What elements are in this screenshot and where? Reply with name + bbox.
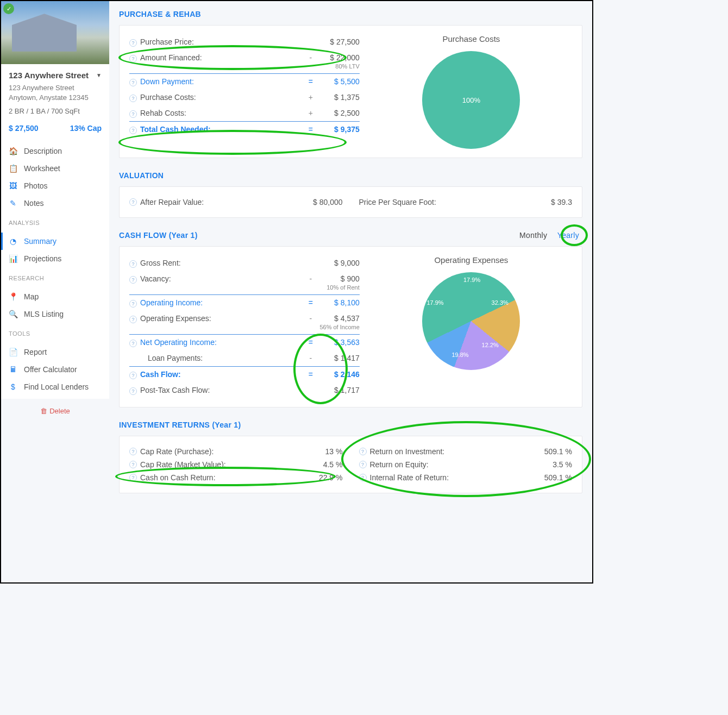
document-icon: 📄 bbox=[9, 348, 17, 356]
help-icon[interactable]: ? bbox=[129, 340, 137, 347]
home-icon: 🏠 bbox=[9, 147, 17, 155]
row-gross-rent: ?Gross Rent:$ 9,000 bbox=[129, 255, 360, 271]
property-menu-caret[interactable]: ▼ bbox=[96, 72, 102, 78]
property-photo[interactable] bbox=[1, 1, 109, 64]
help-icon[interactable]: ? bbox=[129, 448, 137, 455]
trash-icon: 🗑 bbox=[40, 407, 47, 415]
nav-photos[interactable]: 🖼Photos bbox=[1, 177, 109, 195]
section-title-returns: INVESTMENT RETURNS (Year 1) bbox=[119, 421, 582, 429]
nav: 🏠Description 📋Worksheet 🖼Photos ✎Notes A… bbox=[1, 139, 109, 399]
nav-map[interactable]: 📍Map bbox=[1, 288, 109, 305]
property-cap: 13% Cap bbox=[70, 124, 102, 133]
pin-icon: 📍 bbox=[9, 292, 17, 301]
row-post-tax: ?Post-Tax Cash Flow:$ 1,717 bbox=[129, 382, 360, 398]
help-icon[interactable]: ? bbox=[129, 461, 137, 468]
nav-label-tools: TOOLS bbox=[1, 326, 109, 340]
help-icon[interactable]: ? bbox=[359, 474, 367, 481]
property-address: 123 Anywhere Street Anytown, Anystate 12… bbox=[9, 83, 102, 103]
status-check-icon: ✓ bbox=[3, 3, 14, 14]
row-down-payment: ?Down Payment:=$ 5,500 bbox=[129, 73, 360, 90]
section-purchase: PURCHASE & REHAB ?Purchase Price:$ 27,50… bbox=[119, 10, 582, 158]
clipboard-icon: 📋 bbox=[9, 164, 17, 173]
row-cash-flow: ?Cash Flow:=$ 2,146 bbox=[129, 366, 360, 382]
chart-title-operating-expenses: Operating Expenses bbox=[371, 255, 572, 265]
row-arv: ?After Repair Value:$ 80,000 bbox=[129, 196, 343, 209]
help-icon[interactable]: ? bbox=[359, 461, 367, 468]
section-title-valuation: VALUATION bbox=[119, 171, 582, 180]
help-icon[interactable]: ? bbox=[129, 198, 137, 206]
row-cap-purchase: ?Cap Rate (Purchase):13 % bbox=[129, 445, 343, 458]
chart-title-purchase-costs: Purchase Costs bbox=[371, 34, 572, 43]
pencil-icon: ✎ bbox=[9, 199, 17, 208]
section-cashflow: CASH FLOW (Year 1) Monthly Yearly ?Gross… bbox=[119, 231, 582, 407]
sidebar: ✓ 123 Anywhere Street ▼ 123 Anywhere Str… bbox=[1, 1, 109, 582]
row-irr: ?Internal Rate of Return:509.1 % bbox=[359, 471, 573, 484]
help-icon[interactable]: ? bbox=[129, 276, 137, 284]
app-frame: ✓ 123 Anywhere Street ▼ 123 Anywhere Str… bbox=[0, 0, 593, 584]
help-icon[interactable]: ? bbox=[359, 448, 367, 455]
nav-description[interactable]: 🏠Description bbox=[1, 142, 109, 160]
help-icon[interactable]: ? bbox=[129, 39, 137, 47]
property-price: $ 27,500 bbox=[9, 124, 39, 133]
row-net-operating: ?Net Operating Income:=$ 3,563 bbox=[129, 334, 360, 350]
purchase-costs-pie: 100% bbox=[422, 51, 520, 149]
delete-link[interactable]: 🗑Delete bbox=[40, 407, 70, 415]
nav-worksheet[interactable]: 📋Worksheet bbox=[1, 160, 109, 177]
row-cap-market: ?Cap Rate (Market Value):4.5 % bbox=[129, 458, 343, 471]
row-vacancy: ?Vacancy:-$ 90010% of Rent bbox=[129, 271, 360, 294]
row-cash-on-cash: ?Cash on Cash Return:22.9 % bbox=[129, 471, 343, 484]
property-card: 123 Anywhere Street ▼ 123 Anywhere Stree… bbox=[1, 64, 109, 139]
nav-offer-calc[interactable]: 🖩Offer Calculator bbox=[1, 361, 109, 378]
nav-lenders[interactable]: $Find Local Lenders bbox=[1, 378, 109, 396]
nav-mls[interactable]: 🔍MLS Listing bbox=[1, 305, 109, 323]
period-toggle: Monthly Yearly bbox=[519, 231, 582, 240]
row-loan-payments: ?Loan Payments:-$ 1,417 bbox=[129, 350, 360, 366]
toggle-monthly[interactable]: Monthly bbox=[519, 231, 547, 240]
help-icon[interactable]: ? bbox=[129, 300, 137, 308]
image-icon: 🖼 bbox=[9, 181, 17, 190]
help-icon[interactable]: ? bbox=[129, 316, 137, 323]
section-title-cashflow: CASH FLOW (Year 1) bbox=[119, 231, 198, 240]
row-operating-expenses: ?Operating Expenses:-$ 4,53756% of Incom… bbox=[129, 311, 360, 334]
nav-notes[interactable]: ✎Notes bbox=[1, 195, 109, 212]
nav-label-analysis: ANALYSIS bbox=[1, 215, 109, 229]
main: PURCHASE & REHAB ?Purchase Price:$ 27,50… bbox=[109, 1, 592, 582]
help-icon[interactable]: ? bbox=[129, 127, 137, 134]
help-icon[interactable]: ? bbox=[129, 95, 137, 102]
row-amount-financed: ?Amount Financed:-$ 22,00080% LTV bbox=[129, 50, 360, 73]
section-valuation: VALUATION ?After Repair Value:$ 80,000 P… bbox=[119, 171, 582, 218]
section-title-purchase: PURCHASE & REHAB bbox=[119, 10, 582, 18]
operating-expenses-pie: 17.9% 17.9% 19.8% 12.2% 32.3% bbox=[422, 272, 520, 370]
row-roi: ?Return on Investment:509.1 % bbox=[359, 445, 573, 458]
row-ppsf: Price Per Square Foot:$ 39.3 bbox=[359, 196, 573, 209]
row-total-cash: ?Total Cash Needed:=$ 9,375 bbox=[129, 121, 360, 137]
row-operating-income: ?Operating Income:=$ 8,100 bbox=[129, 294, 360, 311]
search-icon: 🔍 bbox=[9, 310, 17, 318]
help-icon[interactable]: ? bbox=[129, 260, 137, 268]
help-icon[interactable]: ? bbox=[129, 110, 137, 118]
help-icon[interactable]: ? bbox=[129, 79, 137, 86]
row-rehab-costs: ?Rehab Costs:+$ 2,500 bbox=[129, 105, 360, 121]
property-title: 123 Anywhere Street bbox=[9, 71, 89, 80]
nav-projections[interactable]: 📊Projections bbox=[1, 250, 109, 267]
bars-icon: 📊 bbox=[9, 254, 17, 263]
toggle-yearly[interactable]: Yearly bbox=[554, 230, 582, 241]
help-icon[interactable]: ? bbox=[129, 387, 137, 395]
row-purchase-price: ?Purchase Price:$ 27,500 bbox=[129, 34, 360, 50]
piechart-icon: ◔ bbox=[9, 237, 17, 246]
nav-summary[interactable]: ◔Summary bbox=[1, 233, 109, 250]
row-purchase-costs: ?Purchase Costs:+$ 1,375 bbox=[129, 90, 360, 105]
row-roe: ?Return on Equity:3.5 % bbox=[359, 458, 573, 471]
help-icon[interactable]: ? bbox=[129, 372, 137, 379]
help-icon[interactable]: ? bbox=[129, 474, 137, 481]
property-meta: 2 BR / 1 BA / 700 SqFt bbox=[9, 107, 102, 120]
help-icon[interactable]: ? bbox=[129, 55, 137, 62]
nav-report[interactable]: 📄Report bbox=[1, 343, 109, 361]
section-returns: INVESTMENT RETURNS (Year 1) ?Cap Rate (P… bbox=[119, 421, 582, 493]
nav-label-research: RESEARCH bbox=[1, 271, 109, 285]
dollar-icon: $ bbox=[9, 382, 17, 391]
calculator-icon: 🖩 bbox=[9, 365, 17, 374]
